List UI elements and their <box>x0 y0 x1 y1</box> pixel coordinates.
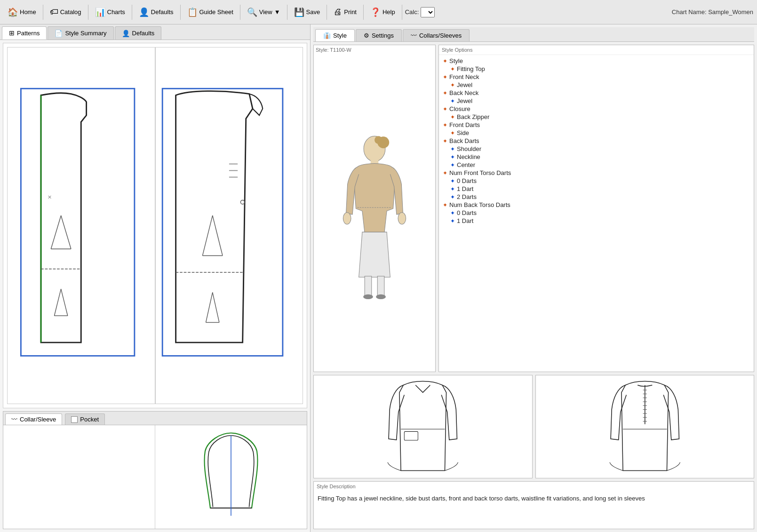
charts-icon: 📊 <box>95 7 105 17</box>
style-option-item[interactable]: ✦1 Dart <box>439 217 754 225</box>
style-desc-text: Fitting Top has a jewel neckline, side b… <box>314 491 754 529</box>
option-expand-icon: ✦ <box>443 90 447 96</box>
style-description-box: Style Description Fitting Top has a jewe… <box>313 481 754 529</box>
print-button[interactable]: 🖨 Print <box>330 5 360 19</box>
style-option-item[interactable]: ✦Neckline <box>439 153 754 161</box>
guide-sheet-button[interactable]: 📋 Guide Sheet <box>183 5 237 19</box>
style-option-item[interactable]: ✦Style <box>439 57 754 65</box>
pattern-area: ✕ <box>3 43 307 408</box>
style-tab-label: Style <box>333 32 347 39</box>
style-option-item[interactable]: ✦1 Dart <box>439 185 754 193</box>
style-option-item[interactable]: ✦Num Back Torso Darts <box>439 201 754 209</box>
save-icon: 💾 <box>294 7 304 17</box>
home-button[interactable]: 🏠 Home <box>4 5 40 19</box>
defaults-label: Defaults <box>151 8 174 16</box>
settings-icon: ⚙ <box>364 32 369 39</box>
style-option-item[interactable]: ✦Shoulder <box>439 145 754 153</box>
style-option-item[interactable]: ✦Back Darts <box>439 137 754 145</box>
sleeve-svg <box>155 425 307 529</box>
style-option-item[interactable]: ✦Jewel <box>439 81 754 89</box>
calc-label: Calc: <box>405 8 419 16</box>
save-label: Save <box>306 8 320 16</box>
right-panel: 👔 Style ⚙ Settings 〰 Collars/Sleeves Sty… <box>311 24 757 532</box>
style-options-list[interactable]: ✦Style✦Fitting Top✦Front Neck✦Jewel✦Back… <box>439 55 754 372</box>
option-label: Shoulder <box>457 145 481 152</box>
svg-point-30 <box>398 213 406 224</box>
option-label: Front Neck <box>449 73 479 80</box>
style-option-item[interactable]: ✦Closure <box>439 105 754 113</box>
style-option-item[interactable]: ✦Side <box>439 129 754 137</box>
collar-sleeve-tab[interactable]: 〰 Collar/Sleeve <box>5 413 62 425</box>
style-tab-style[interactable]: 👔 Style <box>315 29 355 41</box>
option-label: 1 Dart <box>457 185 473 192</box>
option-label: Side <box>457 129 469 136</box>
view-button[interactable]: 🔍 View ▼ <box>243 5 284 19</box>
svg-rect-35 <box>404 431 418 440</box>
tab-defaults[interactable]: 👤 Defaults <box>115 26 162 40</box>
sep5 <box>240 5 240 20</box>
collar-section: 〰 Collar/Sleeve Pocket <box>3 411 307 529</box>
help-button[interactable]: ❓ Help <box>367 5 399 19</box>
tab-patterns[interactable]: ⊞ Patterns <box>2 26 47 40</box>
view-icon: 🔍 <box>247 7 257 17</box>
option-label: 1 Dart <box>457 217 473 224</box>
home-icon: 🏠 <box>8 7 18 17</box>
option-label: Num Front Torso Darts <box>449 169 511 176</box>
defaults-button[interactable]: 👤 Defaults <box>135 5 177 19</box>
tab-style-summary[interactable]: 📄 Style Summary <box>48 26 113 40</box>
style-option-item[interactable]: ✦Back Zipper <box>439 113 754 121</box>
catalog-button[interactable]: 🏷 Catalog <box>46 5 85 19</box>
chart-name: Chart Name: Sample_Women <box>672 8 753 16</box>
collars-label: Collars/Sleeves <box>419 32 462 39</box>
style-option-item[interactable]: ✦0 Darts <box>439 177 754 185</box>
option-select-icon: ✦ <box>450 218 455 224</box>
option-select-icon: ✦ <box>450 130 455 136</box>
style-sketch-back <box>535 375 755 478</box>
option-select-icon: ✦ <box>450 154 455 160</box>
defaults-tab-icon: 👤 <box>122 30 130 37</box>
save-button[interactable]: 💾 Save <box>290 5 324 19</box>
option-select-icon: ✦ <box>450 114 455 120</box>
style-option-item[interactable]: ✦2 Darts <box>439 193 754 201</box>
option-label: 0 Darts <box>457 177 477 184</box>
sep2 <box>88 5 88 20</box>
style-option-item[interactable]: ✦0 Darts <box>439 209 754 217</box>
option-expand-icon: ✦ <box>443 74 447 80</box>
view-dropdown-icon: ▼ <box>274 8 280 16</box>
style-option-item[interactable]: ✦Center <box>439 161 754 169</box>
fashion-figure-svg <box>316 55 433 377</box>
style-option-item[interactable]: ✦Front Neck <box>439 73 754 81</box>
svg-text:━━━: ━━━ <box>229 175 238 180</box>
front-pattern-svg: ✕ <box>8 48 155 404</box>
style-option-item[interactable]: ✦Back Neck <box>439 89 754 97</box>
option-select-icon: ✦ <box>450 178 455 184</box>
svg-rect-31 <box>365 276 372 296</box>
svg-line-14 <box>206 293 212 323</box>
print-label: Print <box>344 8 357 16</box>
style-tab-settings[interactable]: ⚙ Settings <box>356 29 402 41</box>
svg-point-29 <box>343 213 351 224</box>
svg-rect-32 <box>377 276 384 296</box>
svg-line-15 <box>212 293 219 323</box>
style-option-item[interactable]: ✦Jewel <box>439 97 754 105</box>
style-option-item[interactable]: ✦Num Front Torso Darts <box>439 169 754 177</box>
style-options-box: Style Options ✦Style✦Fitting Top✦Front N… <box>438 45 754 372</box>
collar-sleeve-label: Collar/Sleeve <box>20 416 56 423</box>
option-label: Style <box>449 57 463 64</box>
option-select-icon: ✦ <box>450 210 455 216</box>
left-tab-bar: ⊞ Patterns 📄 Style Summary 👤 Defaults <box>0 24 310 40</box>
option-label: 2 Darts <box>457 193 477 200</box>
help-label: Help <box>382 8 395 16</box>
style-option-item[interactable]: ✦Fitting Top <box>439 65 754 73</box>
option-label: Front Darts <box>449 121 480 128</box>
svg-line-6 <box>61 289 68 316</box>
guide-sheet-icon: 📋 <box>187 7 198 17</box>
charts-button[interactable]: 📊 Charts <box>91 5 129 19</box>
style-tab-collars[interactable]: 〰 Collars/Sleeves <box>403 29 470 41</box>
style-option-item[interactable]: ✦Front Darts <box>439 121 754 129</box>
style-sketch-front <box>313 375 533 478</box>
pocket-tab[interactable]: Pocket <box>65 413 105 425</box>
option-label: Center <box>457 161 475 168</box>
back-pattern-svg: ━━━ ━━━ ━━━ <box>156 48 303 404</box>
calc-select[interactable] <box>421 7 435 17</box>
